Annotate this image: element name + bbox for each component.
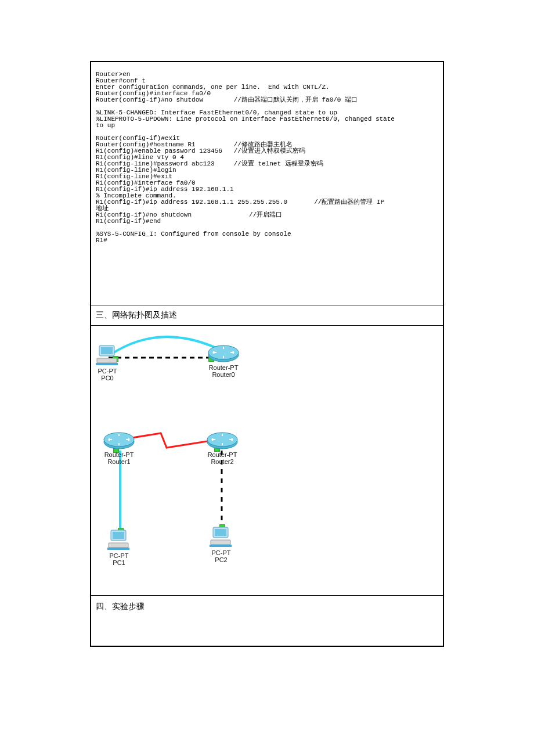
section-3-heading: 三、网络拓扑图及描述 — [91, 305, 443, 326]
svg-rect-16 — [211, 540, 230, 545]
svg-rect-13 — [107, 548, 129, 550]
device-router2: Router-PT Router2 — [206, 430, 239, 465]
document-page: Router>en Router#conf t Enter configurat… — [90, 61, 444, 647]
device-type-label: Router-PT — [206, 451, 239, 458]
svg-rect-11 — [113, 532, 124, 539]
topology-diagram: PC-PT PC0 Router-PT Router0 — [91, 326, 443, 596]
svg-rect-17 — [210, 545, 232, 547]
cli-output: Router>en Router#conf t Enter configurat… — [96, 71, 438, 298]
device-pc0: PC-PT PC0 — [96, 344, 119, 381]
router-icon — [206, 430, 239, 450]
router-icon — [207, 343, 240, 363]
device-host-label: Router0 — [207, 371, 240, 378]
device-type-label: PC-PT — [210, 549, 233, 556]
svg-rect-2 — [97, 358, 117, 363]
pc-icon — [96, 344, 119, 366]
device-host-label: PC0 — [96, 375, 119, 381]
device-type-label: PC-PT — [96, 368, 119, 375]
svg-rect-3 — [96, 363, 118, 365]
section-4-heading: 四、实验步骤 — [91, 596, 443, 646]
device-type-label: PC-PT — [107, 552, 131, 559]
device-host-label: PC1 — [107, 559, 131, 566]
device-host-label: PC2 — [210, 556, 233, 563]
device-router0: Router-PT Router0 — [207, 343, 240, 378]
device-pc1: PC-PT PC1 — [107, 529, 131, 566]
device-type-label: Router-PT — [103, 451, 135, 458]
device-pc2: PC-PT PC2 — [210, 526, 233, 563]
pc-icon — [210, 526, 233, 548]
svg-rect-12 — [109, 543, 128, 548]
pc-icon — [107, 529, 131, 551]
cli-output-cell: Router>en Router#conf t Enter configurat… — [91, 62, 443, 305]
device-host-label: Router2 — [206, 458, 239, 465]
device-router1: Router-PT Router1 — [103, 430, 135, 465]
device-type-label: Router-PT — [207, 364, 240, 371]
router-icon — [103, 430, 135, 450]
svg-rect-15 — [215, 529, 226, 536]
svg-rect-1 — [101, 347, 113, 354]
device-host-label: Router1 — [103, 458, 135, 465]
